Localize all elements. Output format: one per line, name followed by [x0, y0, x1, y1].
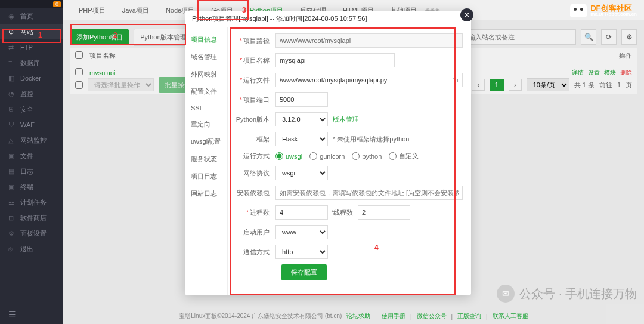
radio-python[interactable]: python: [352, 152, 382, 160]
footer-copyright: 宝塔Linux面板©2014-2024 广东堡塔安全技术有限公司 (bt.cn): [179, 312, 342, 320]
select-proto[interactable]: wsgi: [275, 166, 328, 180]
side-config[interactable]: 配置文件: [185, 83, 227, 100]
red-num-2: 2: [113, 31, 117, 39]
modal-form: *项目路径 *项目名称 *运行文件 🗀 *项目端口 Python版本 3.12.…: [228, 27, 471, 295]
side-domain[interactable]: 域名管理: [185, 48, 227, 66]
project-modal: ✕ Python项目管理[mysqlapi] -- 添加时间[2024-08-0…: [185, 11, 471, 295]
select-pyver[interactable]: 3.12.0: [275, 112, 328, 126]
input-deps[interactable]: [275, 186, 463, 200]
label-runfile: 运行文件: [243, 76, 270, 84]
footer-link-forum[interactable]: 论坛求助: [346, 312, 370, 320]
side-sitelog[interactable]: 网站日志: [185, 185, 227, 202]
radio-uwsgi[interactable]: uwsgi: [275, 152, 302, 160]
df-title: DF创客社区: [590, 4, 637, 12]
browse-button[interactable]: 🗀: [448, 73, 463, 87]
label-runmode: 运行方式: [243, 152, 270, 159]
input-proc[interactable]: [275, 205, 328, 220]
folder-icon: 🗀: [452, 76, 459, 84]
label-user: 启动用户: [243, 229, 270, 236]
label-name: 项目名称: [243, 57, 270, 64]
side-projlog[interactable]: 项目日志: [185, 168, 227, 185]
label-thread: 线程数: [333, 209, 353, 216]
close-icon: ✕: [464, 11, 470, 19]
label-proto: 网络协议: [243, 169, 270, 177]
side-extnet[interactable]: 外网映射: [185, 66, 227, 83]
radio-gunicorn[interactable]: gunicorn: [309, 152, 345, 160]
red-num-1: 1: [38, 31, 42, 39]
select-comm[interactable]: http: [275, 245, 328, 259]
save-config-button[interactable]: 保存配置: [281, 264, 327, 280]
side-status[interactable]: 服务状态: [185, 150, 227, 168]
df-sub: mc.DFRobot.com.cn: [590, 12, 637, 17]
df-logo: DF创客社区 mc.DFRobot.com.cn: [570, 4, 637, 17]
wechat-watermark: ✉ 公众号 · 手机连接万物: [497, 285, 637, 303]
radio-custom[interactable]: 自定义: [389, 152, 419, 161]
footer-link-support[interactable]: 联系人工客服: [493, 312, 528, 320]
footer-link-verify[interactable]: 正版查询: [457, 312, 481, 320]
side-project-info[interactable]: 项目信息: [185, 31, 227, 48]
input-thread[interactable]: [358, 205, 410, 220]
label-path: 项目路径: [243, 37, 270, 44]
red-num-4: 4: [374, 243, 379, 252]
footer-link-manual[interactable]: 使用手册: [382, 312, 405, 320]
input-port[interactable]: [275, 92, 328, 107]
wechat-text: 公众号 · 手机连接万物: [519, 286, 637, 302]
label-port: 项目端口: [243, 96, 270, 103]
input-name[interactable]: [275, 53, 395, 67]
modal-title: Python项目管理[mysqlapi] -- 添加时间[2024-08-05 …: [185, 11, 471, 27]
side-uwsgi[interactable]: uwsgi配置: [185, 133, 227, 150]
input-runfile[interactable]: [275, 73, 448, 87]
side-redirect[interactable]: 重定向: [185, 116, 227, 133]
wechat-icon: ✉: [497, 285, 515, 303]
modal-close-button[interactable]: ✕: [460, 8, 473, 21]
footer-link-wechat[interactable]: 微信公众号: [417, 312, 447, 320]
modal-side-nav: 项目信息 域名管理 外网映射 配置文件 SSL 重定向 uwsgi配置 服务状态…: [185, 27, 228, 295]
side-ssl[interactable]: SSL: [185, 100, 227, 116]
label-pyver: Python版本: [236, 116, 270, 123]
select-user[interactable]: www: [275, 225, 328, 239]
fw-hint: * 未使用框架请选择python: [333, 135, 409, 144]
label-comm: 通信方式: [243, 248, 270, 255]
select-framework[interactable]: Flask: [275, 132, 328, 146]
pyver-manage-link[interactable]: 版本管理: [333, 115, 359, 124]
footer: 宝塔Linux面板©2014-2024 广东堡塔安全技术有限公司 (bt.cn)…: [63, 308, 644, 324]
label-deps: 安装依赖包: [237, 189, 270, 196]
label-fw: 框架: [256, 135, 270, 143]
red-num-3: 3: [242, 6, 246, 14]
runmode-radios: uwsgi gunicorn python 自定义: [275, 152, 419, 161]
robot-icon: [570, 4, 587, 17]
input-path[interactable]: [275, 33, 463, 48]
label-proc: 进程数: [250, 209, 270, 216]
